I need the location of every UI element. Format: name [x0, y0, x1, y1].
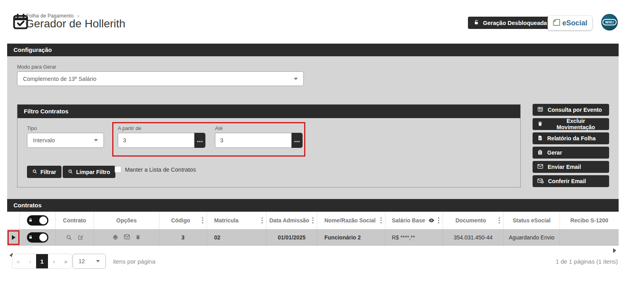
gerar-button[interactable]: Gerar — [533, 147, 609, 159]
column-header-contrato: Contrato — [56, 212, 94, 229]
last-page-button[interactable]: » — [60, 254, 72, 268]
wiki-label: WIKI — [602, 19, 617, 25]
ate-label: Até — [215, 125, 223, 131]
gerador-de-hollerith-page: Folha de Pagamento › Gerador de Hollerit… — [0, 0, 644, 287]
column-menu-icon[interactable] — [438, 217, 443, 224]
column-header-data-admissao: Data Admissão — [266, 212, 317, 229]
expand-row-cell — [7, 229, 20, 246]
excluir-movimentacao-label: Excluir Movimentação — [547, 118, 604, 130]
envelope-icon — [537, 164, 543, 170]
expand-row-icon[interactable] — [12, 235, 15, 240]
print-icon[interactable] — [112, 234, 119, 241]
tipo-select[interactable]: Intervalo — [27, 133, 104, 148]
column-menu-icon[interactable] — [202, 217, 207, 224]
envelope-icon[interactable] — [124, 234, 130, 241]
filtrar-button[interactable]: Filtrar — [27, 166, 61, 178]
esocial-label: eSocial — [562, 19, 587, 27]
items-per-page-label: itens por página — [113, 258, 155, 265]
relatorio-da-folha-label: Relatório da Folha — [547, 135, 596, 142]
cell-status-esocial: Aguardando Envio — [504, 229, 560, 246]
enviar-email-button[interactable]: Enviar Email — [533, 161, 609, 173]
relatorio-da-folha-button[interactable]: Relatório da Folha — [533, 132, 609, 144]
toggle-knob — [39, 216, 47, 224]
cell-codigo: 3 — [159, 229, 207, 246]
configuracao-section-header: Configuração — [7, 44, 619, 56]
expand-column-header — [7, 212, 20, 229]
lock-all-toggle-cell — [20, 212, 56, 229]
prev-page-button[interactable]: ‹ — [24, 254, 36, 268]
document-icon — [537, 135, 543, 142]
lock-all-toggle[interactable] — [27, 215, 48, 226]
cell-matricula: 02 — [207, 229, 266, 246]
search-icon — [68, 169, 73, 175]
manter-lista-checkbox[interactable] — [115, 166, 121, 173]
table-header-row: Contrato Opções Código Matricula Data Ad… — [7, 212, 619, 229]
contrato-actions-cell — [56, 229, 94, 246]
generation-unlocked-label: Geração Desbloqueada — [483, 20, 547, 26]
a-partir-de-label: A partir de — [118, 125, 141, 131]
current-page-button[interactable]: 1 — [36, 254, 48, 268]
manter-lista-label: Manter a Lista de Contratos — [125, 166, 196, 173]
ellipsis-icon — [294, 138, 300, 144]
column-menu-icon[interactable] — [498, 217, 503, 224]
column-menu-icon[interactable] — [380, 217, 385, 224]
page-size-value: 12 — [79, 258, 85, 264]
ate-input[interactable] — [215, 133, 291, 148]
modo-para-gerar-value: Complemento de 13º Salário — [23, 76, 96, 82]
modo-para-gerar-select[interactable]: Complemento de 13º Salário — [17, 71, 304, 86]
trash-icon[interactable] — [135, 234, 141, 241]
scroll-right-icon[interactable] — [613, 248, 616, 253]
limpar-filtro-button[interactable]: Limpar Filtro — [63, 166, 115, 178]
cell-recibo-s1200 — [560, 229, 619, 246]
column-header-codigo: Código — [159, 212, 207, 229]
pager: « ‹ 1 › » — [12, 254, 72, 269]
column-menu-icon[interactable] — [312, 217, 317, 224]
lock-icon — [28, 234, 33, 241]
clipboard-icon — [537, 149, 543, 156]
column-header-documento: Documento — [443, 212, 504, 229]
wiki-button[interactable]: WIKI — [601, 14, 618, 31]
generation-unlocked-button[interactable]: Geração Desbloqueada — [468, 17, 552, 29]
enviar-email-label: Enviar Email — [548, 164, 581, 170]
limpar-filtro-label: Limpar Filtro — [76, 169, 110, 175]
a-partir-de-input[interactable] — [118, 133, 194, 148]
column-header-opcoes: Opções — [94, 212, 159, 229]
chevron-down-icon — [96, 260, 100, 262]
edit-icon[interactable] — [77, 234, 84, 241]
modo-para-gerar-label: Modo para Gerar — [17, 64, 56, 70]
cell-data-admissao: 01/01/2025 — [266, 229, 317, 246]
search-icon — [32, 169, 37, 175]
tipo-value: Intervalo — [33, 137, 55, 144]
table-grid-icon — [537, 106, 543, 113]
filtro-contratos-section-header: Filtro Contratos — [17, 105, 520, 118]
next-page-button[interactable]: › — [48, 254, 60, 268]
column-menu-icon[interactable] — [261, 217, 266, 224]
excluir-movimentacao-button[interactable]: Excluir Movimentação — [533, 118, 609, 130]
a-partir-de-lookup-button[interactable] — [194, 133, 205, 148]
search-icon[interactable] — [66, 234, 72, 241]
cell-nome-razao-social: Funcionário 2 — [317, 229, 385, 246]
ate-lookup-button[interactable] — [291, 133, 303, 148]
chevron-down-icon — [94, 139, 98, 142]
contratos-section-header: Contratos — [7, 199, 619, 212]
conferir-email-label: Conferir Email — [548, 178, 586, 184]
row-lock-toggle-cell — [20, 229, 56, 246]
page-size-select[interactable]: 12 — [73, 254, 106, 269]
first-page-button[interactable]: « — [12, 254, 24, 268]
ellipsis-icon — [197, 138, 203, 144]
chevron-down-icon — [294, 78, 298, 80]
row-lock-toggle[interactable] — [27, 232, 48, 243]
column-header-matricula: Matricula — [207, 212, 266, 229]
esocial-logo-icon — [552, 18, 561, 28]
gerar-label: Gerar — [547, 149, 562, 156]
page-title: Gerador de Hollerith — [25, 17, 125, 30]
conferir-email-button[interactable]: Conferir Email — [533, 175, 609, 187]
cell-salario-base: R$ ****,** — [385, 229, 443, 246]
consulta-por-evento-button[interactable]: Consulta por Evento — [533, 104, 609, 116]
cell-documento: 354.031.450-44 — [443, 229, 504, 246]
lock-icon — [28, 217, 33, 224]
eye-icon[interactable] — [428, 217, 435, 224]
column-header-status-esocial: Status eSocial — [504, 212, 560, 229]
toggle-knob — [39, 233, 47, 241]
esocial-button[interactable]: eSocial — [548, 16, 592, 30]
